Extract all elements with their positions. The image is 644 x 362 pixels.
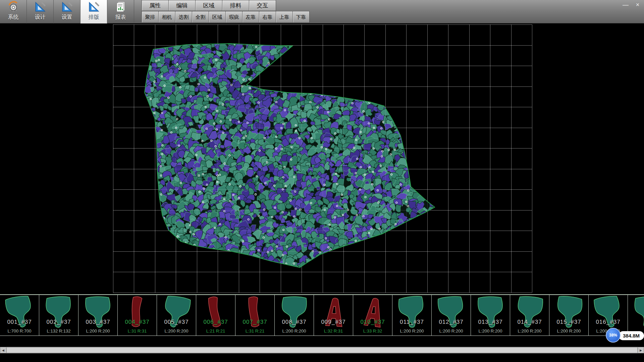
piece-id-label: 009_#37 (314, 319, 353, 325)
piece-thumbnail[interactable]: 004_#37 L:31 R:31 (117, 295, 157, 336)
piece-shape-icon (120, 295, 154, 331)
piece-lr-label: L:200 R:200 (392, 328, 431, 334)
piece-id-label: 007_#37 (235, 319, 274, 325)
piece-lr-label: L:21 R:21 (196, 328, 235, 334)
piece-thumbnail[interactable]: 008_#37 L:200 R:200 (274, 295, 314, 336)
piece-thumbnail[interactable]: 009_#37 L:32 R:31 (314, 295, 353, 336)
settings-icon (61, 1, 73, 13)
piece-id-label: 003_#37 (78, 319, 117, 325)
tool-button-label: 聚排 (145, 14, 155, 20)
piece-lr-label: L:200 R:200 (549, 328, 588, 334)
tool-button-label: 区域 (212, 14, 222, 20)
app-button-design[interactable]: 设计 (27, 0, 54, 23)
gear-icon (7, 1, 20, 13)
tool-button[interactable]: 相机 (158, 11, 175, 23)
piece-shape-icon (197, 294, 234, 333)
tool-button-label: 全割 (196, 14, 206, 20)
design-icon (34, 1, 47, 13)
close-button[interactable]: × (634, 1, 641, 8)
app-button-layout[interactable]: 排版 (80, 0, 107, 23)
piece-lr-label: L:132 R:132 (39, 328, 78, 334)
piece-id-label: 008_#37 (275, 319, 314, 325)
menu-tab[interactable]: 编辑 (168, 0, 196, 11)
menu-tab-label: 编辑 (176, 2, 188, 9)
tool-button[interactable]: 上靠 (276, 11, 293, 23)
piece-id-label: 012_#37 (432, 319, 471, 325)
piece-shape-icon (630, 295, 644, 331)
piece-lr-label: L:200 R:200 (275, 328, 314, 334)
piece-thumbnail[interactable]: 012_#37 L:200 R:200 (431, 295, 471, 336)
tool-button[interactable]: 聚排 (142, 11, 159, 23)
bottom-scrollbar[interactable]: ◄ ► (0, 347, 644, 353)
minimize-button[interactable]: — (622, 1, 629, 8)
piece-thumbnail[interactable]: 007_#37 L:31 R:21 (235, 295, 275, 336)
piece-thumbnail[interactable]: 002_#37 L:132 R:132 (39, 295, 78, 336)
tool-button-row: 聚排 相机 选割 全割 区域 瑕疵 (142, 11, 310, 23)
piece-thumbnail[interactable]: 010_#37 L:33 R:32 (353, 295, 392, 336)
piece-lr-label: L:31 R:21 (235, 328, 274, 334)
tool-button[interactable]: 全割 (192, 11, 209, 23)
piece-thumbnail[interactable]: 015_#37 L:200 R:200 (549, 295, 589, 336)
piece-id-label: 016_#37 (589, 319, 628, 325)
piece-id-label: 005_#37 (157, 319, 196, 325)
app-window: 系统 设计 设置 (0, 0, 644, 362)
tool-button-label: 上靠 (279, 14, 289, 20)
piece-id-label: 010_#37 (353, 319, 392, 325)
memory-badge: 384.8M (619, 331, 644, 340)
piece-thumbnail[interactable] (628, 295, 644, 336)
scrollbar-thumb[interactable] (6, 347, 638, 353)
menu-tab[interactable]: 区域 (195, 0, 222, 11)
piece-lr-label: L:31 R:31 (118, 328, 157, 334)
window-controls: — × (622, 1, 641, 8)
piece-thumbnail[interactable]: 006_#37 L:21 R:21 (196, 295, 235, 336)
tool-button[interactable]: 左靠 (242, 11, 259, 23)
scroll-left-arrow[interactable]: ◄ (0, 347, 6, 353)
piece-id-label: 011_#37 (392, 319, 431, 325)
layout-icon (88, 1, 100, 13)
tool-button-label: 选割 (179, 14, 189, 20)
menu-tab-label: 交互 (257, 2, 268, 9)
piece-shape-icon (354, 294, 391, 333)
app-button-label: 设计 (35, 14, 46, 21)
app-bar: 系统 设计 设置 (0, 0, 134, 23)
tool-button-label: 右靠 (263, 14, 273, 20)
tool-button[interactable]: 瑕疵 (225, 11, 243, 23)
piece-id-label: 013_#37 (471, 319, 510, 325)
tool-button[interactable]: 下靠 (292, 11, 310, 23)
menu-tab[interactable]: 排料 (222, 0, 249, 11)
piece-lr-label: L:32 R:31 (314, 328, 353, 334)
menu-tab-row: 属性 编辑 区域 排料 交互 (142, 0, 276, 11)
menu-tab[interactable]: 属性 (142, 0, 169, 11)
app-button-system[interactable]: 系统 (0, 0, 27, 23)
piece-thumbnail[interactable]: 005_#37 L:200 R:200 (157, 295, 196, 336)
piece-shape-icon (590, 294, 627, 333)
piece-id-label: 004_#37 (118, 319, 157, 325)
tool-button[interactable]: 区域 (209, 11, 226, 23)
menu-tab-label: 排料 (230, 2, 241, 9)
scroll-right-arrow[interactable]: ► (638, 347, 644, 353)
piece-thumbnail[interactable]: 001_#37 L:700 R:700 (0, 295, 39, 336)
piece-shape-icon (512, 295, 547, 331)
tool-button-label: 下靠 (296, 14, 306, 20)
memory-value: 384.8M (623, 333, 640, 339)
nesting-canvas[interactable] (0, 23, 644, 294)
piece-thumbnail[interactable]: 014_#37 L:200 R:200 (510, 295, 549, 336)
app-button-settings[interactable]: 设置 (54, 0, 80, 23)
piece-thumbnail[interactable]: 003_#37 L:200 R:200 (78, 295, 118, 336)
toolbar-chrome: 系统 设计 设置 (0, 0, 644, 23)
piece-thumbnail[interactable]: 013_#37 L:200 R:200 (471, 295, 510, 336)
piece-lr-label: L:200 R:200 (157, 328, 196, 334)
tool-button[interactable]: 右靠 (259, 11, 276, 23)
piece-shape-icon (434, 295, 468, 331)
piece-shape-icon (393, 294, 430, 333)
app-button-label: 排版 (89, 14, 99, 21)
app-button-report[interactable]: 报表 (107, 0, 134, 23)
tool-button[interactable]: 选割 (175, 11, 192, 23)
piece-shape-icon (41, 295, 76, 331)
tool-button-label: 相机 (162, 14, 172, 20)
progress-indicator: 38% (606, 328, 621, 343)
piece-id-label: 006_#37 (196, 319, 235, 325)
menu-tab[interactable]: 交互 (249, 0, 276, 11)
pieces-tray: 001_#37 L:700 R:700 002_#37 L:132 R:132 … (0, 294, 644, 336)
piece-thumbnail[interactable]: 011_#37 L:200 R:200 (392, 295, 432, 336)
